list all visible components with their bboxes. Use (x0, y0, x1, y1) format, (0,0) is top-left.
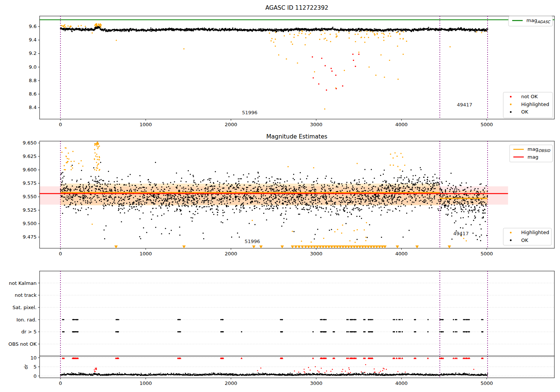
clipped-low-triangle (333, 245, 336, 248)
x-tick-label: 5000 (480, 380, 493, 386)
y-tick-label: 9.475 (23, 234, 37, 240)
clipped-low-triangle (383, 245, 387, 248)
top-plot-content (40, 20, 554, 109)
clipped-low-triangle (448, 245, 451, 248)
clipped-low-triangle (307, 245, 310, 248)
obsid-annotation: 51996 (245, 239, 260, 244)
clipped-low-triangle (361, 245, 364, 248)
y-tick-label: 9.0 (29, 64, 37, 70)
highlighted-points (62, 24, 486, 109)
y-tick-label: 9.600 (23, 167, 37, 172)
clipped-low-triangle (304, 245, 307, 248)
y-tick-label: 9.550 (23, 194, 37, 199)
legend-label: OK (521, 237, 528, 243)
dr-clipped-marker (427, 357, 429, 359)
category-label: OBS not OK (9, 341, 37, 347)
clipped-low-triangle (344, 245, 348, 248)
y-tick-label: 8.4 (29, 105, 37, 110)
dr-clipped-marker (456, 357, 458, 359)
dr-clipped-marker (63, 357, 65, 359)
clipped-low-triangle (372, 245, 376, 248)
clipped-low-triangle (280, 245, 284, 248)
obsid-annotation: 49417 (453, 231, 469, 236)
clipped-low-triangle (315, 245, 319, 248)
top-plot-title: AGASC ID 112722392 (265, 4, 329, 11)
clipped-low-triangle (252, 245, 255, 248)
clipped-low-triangle (291, 245, 294, 248)
clipped-low-triangle (321, 245, 325, 248)
clipped-low-triangle (378, 245, 381, 248)
middle-plot-title: Magnitude Estimates (266, 133, 327, 140)
clipped-low-triangle (294, 245, 298, 248)
clipped-low-triangle (364, 245, 367, 248)
clipped-low-triangle (327, 245, 331, 248)
x-tick-label: 4000 (395, 380, 408, 386)
plots-svg: 9.69.49.29.08.88.68.40100020003000400050… (0, 0, 560, 392)
dr-clipped-marker (312, 357, 314, 359)
clipped-low-triangle (182, 245, 186, 248)
clipped-low-triangle (310, 245, 313, 248)
dr-tick-label: 0 (34, 373, 37, 379)
y-tick-label: 9.625 (23, 153, 37, 159)
x-tick-label: 4000 (395, 122, 408, 127)
x-tick-label: 0 (59, 380, 62, 386)
y-tick-label: 8.8 (29, 78, 37, 83)
not-ok-points (312, 54, 359, 90)
dr-clipped-marker (452, 357, 454, 359)
y-tick-label: 9.6 (29, 24, 37, 29)
dr-clipped-marker (401, 357, 403, 359)
middle-plot-content (40, 141, 508, 249)
x-tick-label: 3000 (310, 122, 322, 127)
clipped-low-triangle (330, 245, 333, 248)
dr-ok-points (60, 373, 488, 375)
x-tick-label: 3000 (310, 380, 322, 386)
y-tick-label: 8.6 (29, 91, 37, 97)
dr-clipped-marker (396, 357, 398, 359)
category-label: Sat. pixel. (13, 305, 37, 310)
obsid-annotation: 51996 (242, 110, 257, 115)
bottom-plot-content (60, 320, 488, 376)
x-tick-label: 2000 (225, 380, 237, 386)
x-tick-label: 0 (59, 251, 62, 256)
x-tick-label: 4000 (395, 251, 408, 256)
x-tick-label: 5000 (480, 251, 493, 256)
dr-axis-label: dr (23, 364, 29, 369)
x-tick-label: 1000 (140, 380, 152, 386)
clipped-low-triangle (341, 245, 345, 248)
figure-canvas: AGASC ID 112722392 Magnitude Estimates 9… (0, 0, 560, 392)
clipped-low-triangle (416, 245, 419, 248)
legend-label: mag (528, 154, 538, 160)
clipped-low-triangle (352, 245, 356, 248)
x-tick-label: 3000 (310, 251, 322, 256)
clipped-low-triangle (355, 245, 359, 248)
ok-points (60, 27, 488, 32)
x-tick-label: 0 (59, 122, 62, 127)
clipped-low-triangle (347, 245, 350, 248)
clipped-low-triangle (301, 245, 304, 248)
category-label: not track (15, 292, 37, 298)
clipped-low-triangle (370, 245, 373, 248)
category-label: dr > 5 (21, 329, 37, 335)
dr-clipped-marker (469, 357, 470, 359)
clipped-low-triangle (350, 245, 353, 248)
x-tick-label: 1000 (140, 122, 152, 127)
legend-label: Highlighted (521, 230, 549, 235)
clipped-low-triangle (114, 245, 118, 248)
clipped-low-triangle (358, 245, 361, 248)
x-tick-label: 5000 (480, 122, 493, 127)
dr-clipped-marker (442, 357, 444, 359)
clipped-low-triangle (336, 245, 339, 248)
y-tick-label: 9.500 (23, 221, 37, 226)
y-tick-label: 9.575 (23, 180, 37, 186)
dr-tick-label: 5 (34, 364, 37, 370)
x-tick-label: 2000 (225, 122, 237, 127)
y-tick-label: 9.4 (29, 37, 37, 43)
x-tick-label: 2000 (225, 251, 237, 256)
clipped-low-triangle (367, 245, 370, 248)
legend-label: not OK (521, 94, 538, 99)
y-tick-label: 9.2 (29, 50, 37, 56)
clipped-low-triangle (259, 245, 263, 248)
dr-tick-label: 10 (30, 355, 37, 361)
clipped-low-triangle (339, 245, 342, 248)
obsid-annotation: 49417 (457, 102, 472, 108)
